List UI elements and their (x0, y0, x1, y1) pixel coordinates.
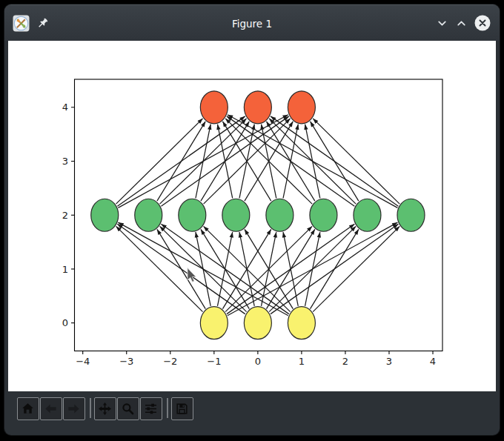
output-layer-node (288, 91, 315, 124)
back-button[interactable] (40, 397, 62, 420)
y-tick-label: 4 (62, 102, 68, 113)
output-layer-node (244, 91, 271, 124)
x-tick-label: 0 (255, 356, 261, 367)
y-tick-label: 0 (62, 317, 68, 328)
home-button[interactable] (17, 397, 39, 420)
plot-toolbar (8, 391, 496, 428)
hidden-layer-node (135, 199, 162, 231)
maximize-button[interactable] (455, 17, 468, 30)
hidden-layer-node (91, 199, 119, 231)
app-icon[interactable] (13, 15, 30, 32)
network-plot: −4−3−2−10123401234 (8, 41, 496, 391)
move-icon (98, 402, 112, 416)
x-tick-label: 2 (342, 356, 348, 367)
x-tick-label: −1 (207, 356, 221, 367)
input-layer-node (288, 307, 315, 339)
hidden-layer-node (397, 199, 425, 231)
titlebar[interactable]: Figure 1 (4, 4, 500, 41)
arrow-right-icon (67, 402, 81, 416)
desktop-background: { "window": { "title": "Figure 1", "titl… (0, 0, 504, 441)
hidden-layer-node (179, 199, 206, 231)
toolbar-separator (90, 398, 91, 418)
save-icon (175, 402, 189, 416)
hidden-layer-node (222, 199, 250, 231)
window-title: Figure 1 (4, 5, 500, 42)
y-tick-label: 2 (62, 210, 68, 221)
input-layer (200, 307, 315, 339)
hidden-layer-node (266, 199, 294, 231)
mouse-cursor-icon (187, 268, 197, 283)
close-button[interactable] (474, 15, 491, 31)
hidden-layer-node (310, 199, 337, 231)
sliders-icon (144, 402, 158, 416)
home-icon (21, 402, 35, 416)
pan-button[interactable] (94, 397, 116, 420)
magnifier-icon (121, 402, 135, 416)
arrow-left-icon (44, 402, 58, 416)
output-layer-node (200, 91, 228, 124)
zoom-button[interactable] (117, 397, 139, 420)
x-tick-label: 4 (430, 356, 436, 367)
minimize-button[interactable] (436, 17, 448, 30)
toolbar-separator (167, 398, 168, 418)
figure-canvas: −4−3−2−10123401234 (8, 41, 496, 391)
figure-window: Figure 1 −4−3−2−10123401234 (4, 4, 500, 435)
x-tick-label: −4 (76, 356, 90, 367)
pin-icon[interactable] (36, 17, 49, 30)
input-layer-node (200, 307, 228, 339)
x-tick-label: 3 (386, 356, 392, 367)
y-tick-label: 1 (62, 264, 68, 275)
input-layer-node (244, 307, 271, 339)
save-button[interactable] (171, 397, 193, 420)
x-tick-label: 1 (299, 356, 305, 367)
forward-button[interactable] (63, 397, 85, 420)
output-layer (200, 91, 315, 124)
y-tick-label: 3 (62, 156, 68, 167)
x-tick-label: −3 (119, 356, 133, 367)
configure-subplots-button[interactable] (140, 397, 162, 420)
hidden-layer-node (354, 199, 381, 231)
x-tick-label: −2 (163, 356, 177, 367)
